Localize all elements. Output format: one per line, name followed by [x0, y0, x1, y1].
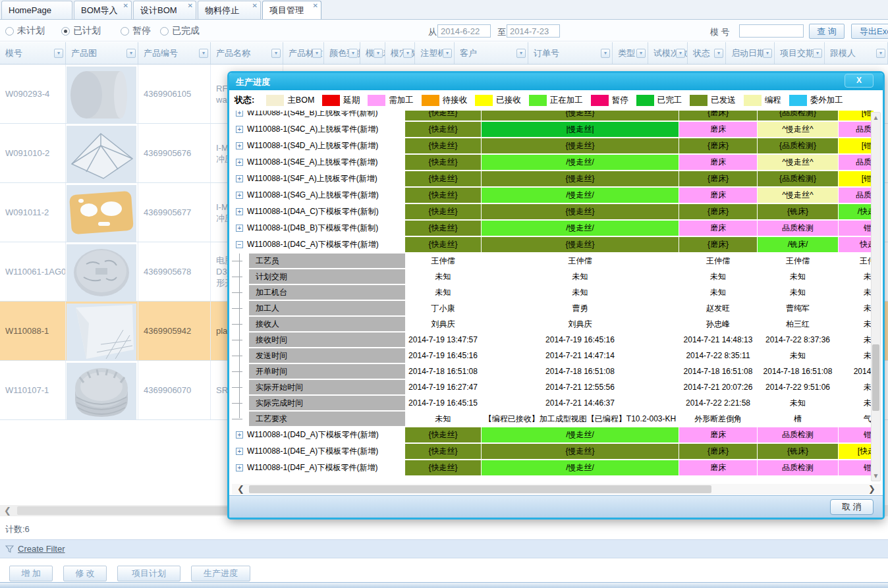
tree-row[interactable]: +W110088-1(S4G_A)上脱板零件(新增){快走丝}/慢走丝/磨床^慢…: [232, 188, 874, 203]
legend-swatch: [475, 95, 493, 106]
date-to-input[interactable]: [507, 24, 560, 38]
tab-item[interactable]: 设计BOM✕: [133, 1, 196, 19]
detail-value: 刘典庆: [405, 317, 481, 331]
scroll-left-icon[interactable]: ❮: [4, 506, 11, 516]
status-radio[interactable]: 未计划: [5, 25, 45, 37]
tree-row[interactable]: +W110088-1(S4C_A)上脱板零件(新增){快走丝}|慢走丝|磨床^慢…: [232, 122, 874, 137]
collapse-icon[interactable]: −: [236, 241, 243, 248]
process-cell: /慢走丝/: [482, 427, 679, 442]
column-filter-dropdown-icon[interactable]: ▾: [54, 49, 63, 58]
column-filter-dropdown-icon[interactable]: ▾: [813, 49, 822, 58]
legend-item-label: 编程: [765, 95, 781, 106]
column-filter-dropdown-icon[interactable]: ▾: [876, 49, 885, 58]
column-filter-dropdown-icon[interactable]: ▾: [271, 49, 281, 58]
detail-value: 丁小康: [405, 301, 481, 315]
expand-icon[interactable]: +: [236, 192, 243, 199]
expand-icon[interactable]: +: [236, 126, 243, 133]
close-tab-icon[interactable]: ✕: [188, 3, 193, 9]
column-filter-dropdown-icon[interactable]: ▾: [374, 49, 383, 58]
expand-icon[interactable]: +: [236, 464, 243, 471]
column-filter-dropdown-icon[interactable]: ▾: [199, 49, 208, 58]
column-filter-dropdown-icon[interactable]: ▾: [443, 49, 452, 58]
radio-circle-icon[interactable]: [160, 27, 169, 36]
process-cell: 磨床: [679, 188, 757, 203]
project-plan-button[interactable]: 项目计划: [117, 566, 180, 581]
close-tab-icon[interactable]: ✕: [252, 3, 258, 9]
production-progress-button[interactable]: 生产进度: [191, 566, 250, 581]
tree-row[interactable]: +W110088-1(S4B_B)上脱板零件(新制){快走丝}{慢走丝}{磨床}…: [232, 111, 874, 120]
add-button[interactable]: 增 加: [9, 566, 53, 581]
expand-icon[interactable]: +: [236, 142, 243, 149]
column-filter-dropdown-icon[interactable]: ▾: [763, 49, 772, 58]
column-filter-dropdown-icon[interactable]: ▾: [516, 49, 526, 58]
radio-circle-icon[interactable]: [61, 27, 70, 36]
legend-swatch: [789, 95, 807, 106]
tree-row[interactable]: +W110088-1(D4B_B)下模板零件(新制){快走丝}/慢走丝/磨床品质…: [232, 221, 874, 236]
status-radio[interactable]: 已计划: [61, 25, 101, 37]
column-header: 模具寿命▾: [360, 42, 385, 64]
detail-label: 接收时间: [249, 333, 405, 347]
close-tab-icon[interactable]: ✕: [313, 3, 318, 9]
product-image-cell: [66, 124, 138, 182]
scroll-left-icon[interactable]: ❮: [237, 484, 244, 494]
modify-button[interactable]: 修 改: [63, 566, 107, 581]
search-button[interactable]: 查 询: [809, 24, 845, 39]
dialog-vertical-scrollbar[interactable]: ▲ ▼: [871, 112, 881, 481]
tree-row[interactable]: +W110088-1(D4F_A)下模板零件(新增){快走丝}/慢走丝/磨床品质…: [232, 460, 874, 475]
scroll-up-icon[interactable]: ▲: [872, 114, 880, 121]
close-icon[interactable]: X: [845, 74, 874, 88]
expand-icon[interactable]: +: [236, 111, 243, 117]
status-radio[interactable]: 暂停: [121, 25, 151, 37]
tree-row[interactable]: −W110088-1(D4C_A)下模板零件(新增){快走丝}{慢走丝}{磨床}…: [232, 237, 874, 252]
column-filter-dropdown-icon[interactable]: ▾: [601, 49, 610, 58]
tab-item[interactable]: BOM导入✕: [74, 1, 132, 19]
expand-icon[interactable]: +: [236, 225, 243, 232]
dialog-horizontal-scrollbar[interactable]: ❮ ❯: [232, 484, 881, 494]
column-filter-dropdown-icon[interactable]: ▾: [676, 49, 685, 58]
tree-row[interactable]: +W110088-1(S4F_A)上脱板零件(新增){快走丝}{慢走丝}{磨床}…: [232, 171, 874, 186]
expand-icon[interactable]: +: [236, 159, 243, 166]
expand-icon[interactable]: +: [236, 448, 243, 455]
column-filter-dropdown-icon[interactable]: ▾: [126, 49, 136, 58]
tree-row[interactable]: +W110088-1(D4A_C)下模板零件(新制){快走丝}{慢走丝}{磨床}…: [232, 204, 874, 219]
tab-item[interactable]: 项目管理✕: [262, 1, 321, 19]
scroll-down-icon[interactable]: ▼: [872, 472, 880, 479]
tree-row[interactable]: +W110088-1(D4D_A)下模板零件(新增){快走丝}/慢走丝/磨床品质…: [232, 427, 874, 442]
column-header-label: 类型: [618, 47, 635, 59]
detail-label: 实际开始时间: [249, 380, 405, 394]
tab-homepage[interactable]: HomePage: [1, 1, 72, 19]
close-tab-icon[interactable]: ✕: [123, 3, 128, 9]
column-filter-dropdown-icon[interactable]: ▾: [636, 49, 646, 58]
tree-cell: +W110088-1(D4F_A)下模板零件(新增): [232, 460, 405, 475]
expand-icon[interactable]: +: [236, 208, 243, 215]
process-cell: {铣床}: [758, 204, 838, 219]
mold-no-cell: W090293-4: [0, 65, 66, 123]
product-no-cell: 4369905676: [138, 124, 211, 182]
column-filter-dropdown-icon[interactable]: ▾: [714, 49, 723, 58]
tree-row[interactable]: +W110088-1(S4E_A)上脱板零件(新增){快走丝}/慢走丝/磨床^慢…: [232, 155, 874, 170]
date-from-input[interactable]: [437, 24, 491, 38]
expand-icon[interactable]: +: [236, 431, 243, 439]
scroll-right-icon[interactable]: ❯: [868, 484, 875, 494]
column-filter-dropdown-icon[interactable]: ▾: [312, 49, 321, 58]
export-excel-button[interactable]: 导出Excel: [851, 24, 888, 39]
radio-circle-icon[interactable]: [121, 27, 129, 36]
column-filter-dropdown-icon[interactable]: ▾: [348, 49, 358, 58]
detail-value: 未知: [679, 269, 757, 284]
status-radio[interactable]: 已完成: [160, 25, 200, 37]
scrollbar-thumb[interactable]: [249, 485, 711, 493]
tree-row[interactable]: +W110088-1(D4E_A)下模板零件(新增){快走丝}{慢走丝}{磨床}…: [232, 444, 874, 459]
tree-row[interactable]: +W110088-1(S4D_A)上脱板零件(新增){快走丝}{慢走丝}{磨床}…: [232, 138, 874, 153]
detail-value: 2014-7-21 20:07:26: [679, 380, 757, 394]
dialog-footer: 取 消: [229, 495, 883, 518]
tab-item[interactable]: 物料停止✕: [198, 1, 261, 19]
column-filter-dropdown-icon[interactable]: ▾: [403, 49, 412, 58]
expand-icon[interactable]: +: [236, 175, 243, 182]
legend-item-label: 委外加工: [810, 95, 843, 106]
cancel-button[interactable]: 取 消: [830, 499, 874, 515]
detail-value: 2014-7-19 13:47:57: [405, 333, 481, 347]
radio-circle-icon[interactable]: [5, 27, 14, 36]
scrollbar-thumb[interactable]: [872, 344, 879, 411]
mold-no-input[interactable]: [739, 24, 804, 38]
create-filter-link[interactable]: Create Filter: [18, 544, 65, 554]
